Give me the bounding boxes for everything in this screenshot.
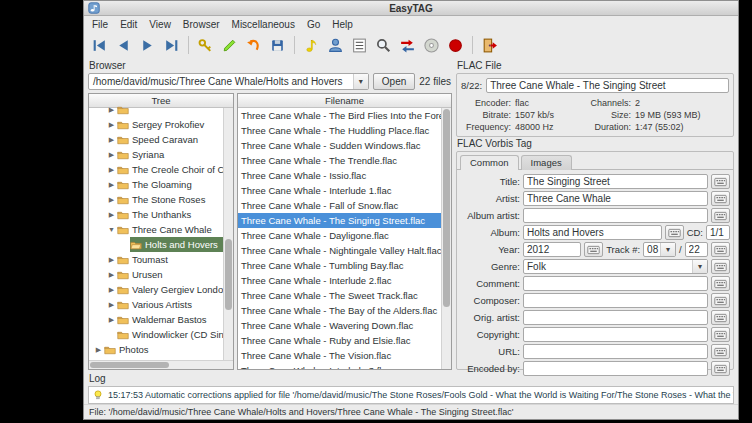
file-row[interactable]: Three Cane Whale - Fall of Snow.flac (238, 198, 441, 213)
go-first-button[interactable] (88, 34, 111, 57)
tree-item[interactable]: ▶Sergey Prokofiev (89, 117, 223, 132)
go-last-button[interactable] (160, 34, 183, 57)
chevron-collapsed-icon[interactable]: ▶ (106, 136, 117, 144)
file-row[interactable]: Three Cane Whale - Interlude 1.flac (238, 183, 441, 198)
chevron-down-icon[interactable]: ▾ (660, 243, 675, 256)
tree-item[interactable]: ▶Toumast (89, 252, 223, 267)
cd-button[interactable] (420, 34, 443, 57)
artist-field[interactable] (523, 191, 708, 206)
year-field[interactable] (523, 242, 581, 257)
tree-item[interactable]: Holts and Hovers (89, 237, 223, 252)
menu-go[interactable]: Go (301, 18, 326, 31)
album-artist-apply-all-button[interactable] (711, 208, 730, 223)
genre-apply-all-button[interactable] (711, 259, 730, 274)
playlist-button[interactable] (348, 34, 371, 57)
file-row[interactable]: Three Cane Whale - The Trendle.flac (238, 153, 441, 168)
copyright-apply-all-button[interactable] (711, 327, 730, 342)
tab-images[interactable]: Images (521, 155, 572, 170)
filename-column-header[interactable]: Filename (238, 94, 451, 108)
track-number-combobox[interactable]: 08▾ (643, 242, 676, 257)
file-row-selected[interactable]: Three Cane Whale - The Singing Street.fl… (238, 213, 441, 228)
go-previous-button[interactable] (112, 34, 135, 57)
menu-help[interactable]: Help (326, 18, 359, 31)
file-row[interactable]: Three Cane Whale - Sudden Windows.flac (238, 138, 441, 153)
tree-item[interactable]: ▶The Stone Roses (89, 192, 223, 207)
file-row[interactable]: Three Cane Whale - Interlude 3.flac (238, 363, 441, 369)
file-row[interactable]: Three Cane Whale - Tumbling Bay.flac (238, 258, 441, 273)
path-combobox[interactable]: /home/david/music/Three Cane Whale/Holts… (88, 73, 369, 90)
tree-vertical-scrollbar[interactable] (223, 108, 233, 360)
menu-view[interactable]: View (143, 18, 177, 31)
undo-button[interactable] (242, 34, 265, 57)
tree-horizontal-scrollbar[interactable] (89, 360, 233, 369)
url-apply-all-button[interactable] (711, 344, 730, 359)
file-row[interactable]: Three Cane Whale - The Sweet Track.flac (238, 288, 441, 303)
copyright-field[interactable] (523, 327, 708, 342)
chevron-collapsed-icon[interactable]: ▶ (106, 106, 117, 114)
filename-field[interactable] (486, 78, 729, 93)
chevron-collapsed-icon[interactable]: ▶ (106, 121, 117, 129)
chevron-collapsed-icon[interactable]: ▶ (106, 166, 117, 174)
file-row[interactable]: Three Cane Whale - The Bird Flies Into t… (238, 108, 441, 123)
chevron-collapsed-icon[interactable]: ▶ (106, 151, 117, 159)
menu-browser[interactable]: Browser (177, 18, 226, 31)
key-button[interactable] (194, 34, 217, 57)
file-row[interactable]: Three Cane Whale - Nightingale Valley Ha… (238, 243, 441, 258)
tree-item[interactable]: ▼Three Cane Whale (89, 222, 223, 237)
file-row[interactable]: Three Cane Whale - The Bay of the Alders… (238, 303, 441, 318)
tree-item[interactable]: ▶The Gloaming (89, 177, 223, 192)
chevron-collapsed-icon[interactable]: ▶ (106, 316, 117, 324)
chevron-collapsed-icon[interactable]: ▶ (106, 196, 117, 204)
chevron-down-icon[interactable]: ▾ (353, 74, 368, 89)
save-button[interactable] (266, 34, 289, 57)
file-row[interactable]: Three Cane Whale - Interlude 2.flac (238, 273, 441, 288)
comment-apply-all-button[interactable] (711, 276, 730, 291)
album-apply-all-button[interactable] (665, 225, 684, 240)
tree-item[interactable]: ▶Urusen (89, 267, 223, 282)
composer-apply-all-button[interactable] (711, 293, 730, 308)
year-apply-all-button[interactable] (584, 242, 603, 257)
log-list[interactable]: 15:17:53 Automatic corrections applied f… (88, 386, 734, 404)
tree-item[interactable]: ▶The Unthanks (89, 207, 223, 222)
record-button[interactable] (444, 34, 467, 57)
menu-file[interactable]: File (86, 18, 114, 31)
tree-scrollbar-thumb[interactable] (225, 239, 232, 310)
tree-item[interactable]: Windowlicker (CD Single) (89, 327, 223, 342)
chevron-collapsed-icon[interactable]: ▶ (106, 286, 117, 294)
composer-field[interactable] (523, 293, 708, 308)
swap-button[interactable] (396, 34, 419, 57)
track-apply-all-button[interactable] (711, 242, 730, 257)
album-artist-field[interactable] (523, 208, 708, 223)
title-apply-all-button[interactable] (711, 174, 730, 189)
tree-hscrollbar-thumb[interactable] (90, 362, 169, 368)
orig-artist-field[interactable] (523, 310, 708, 325)
chevron-collapsed-icon[interactable]: ▶ (106, 271, 117, 279)
comment-field[interactable] (523, 276, 708, 291)
tree-item[interactable]: ▶Speed Caravan (89, 132, 223, 147)
open-button[interactable]: Open (373, 73, 415, 90)
chevron-collapsed-icon[interactable]: ▶ (106, 301, 117, 309)
tree-item[interactable]: ▶The Creole Choir of Cuba (89, 162, 223, 177)
menu-miscellaneous[interactable]: Miscellaneous (226, 18, 301, 31)
menu-edit[interactable]: Edit (114, 18, 143, 31)
genre-combobox[interactable]: Folk▾ (523, 259, 708, 274)
chevron-expanded-icon[interactable]: ▼ (106, 226, 117, 233)
tree-item[interactable]: ▶Various Artists (89, 297, 223, 312)
artist-apply-all-button[interactable] (711, 191, 730, 206)
tree-item[interactable]: ▶Photos (89, 342, 223, 357)
chevron-collapsed-icon[interactable]: ▶ (93, 346, 104, 354)
search-button[interactable] (372, 34, 395, 57)
file-row[interactable]: Three Cane Whale - Ruby and Elsie.flac (238, 333, 441, 348)
file-row[interactable]: Three Cane Whale - The Huddling Place.fl… (238, 123, 441, 138)
musical-note-button[interactable] (300, 34, 323, 57)
url-field[interactable] (523, 344, 708, 359)
chevron-collapsed-icon[interactable]: ▶ (106, 256, 117, 264)
tab-common[interactable]: Common (460, 155, 519, 170)
title-bar[interactable]: EasyTAG (84, 1, 738, 16)
track-total-field[interactable] (685, 242, 708, 257)
artist-button[interactable] (324, 34, 347, 57)
chevron-down-icon[interactable]: ▾ (692, 260, 707, 273)
orig-artist-apply-all-button[interactable] (711, 310, 730, 325)
chevron-collapsed-icon[interactable]: ▶ (106, 181, 117, 189)
tree-item[interactable]: ▶Waldemar Bastos (89, 312, 223, 327)
